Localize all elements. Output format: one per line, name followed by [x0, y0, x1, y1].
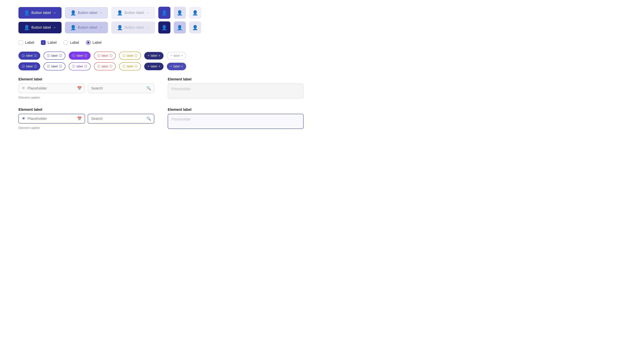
- tag-close-icon[interactable]: ×: [181, 54, 183, 57]
- button-primary[interactable]: 👤 Button label →: [18, 7, 62, 18]
- checkbox-empty-icon: [18, 40, 23, 45]
- tag-text: label: [151, 65, 157, 68]
- tag-info-right-icon: ⓘ: [134, 54, 138, 58]
- user-icon: 👤: [177, 25, 183, 30]
- tag-add-icon: +: [148, 54, 150, 57]
- field-group-left-bottom: Element label 👁 📅 🔍 Element caption: [18, 107, 154, 130]
- tag-info-right-icon: ⓘ: [84, 54, 87, 58]
- tags-row-1: ⓘ label ⓘ ⓘ label ⓘ ⓘ label ⓘ ⓘ label ⓘ …: [18, 52, 304, 60]
- search-input-wrap-focused: 🔍: [88, 114, 154, 123]
- tag-dark-blue-2[interactable]: + label ×: [144, 63, 164, 70]
- arrow-icon: →: [99, 10, 103, 15]
- tag-close-icon[interactable]: ×: [181, 65, 183, 68]
- tag-medium-blue[interactable]: + label ×: [167, 63, 186, 70]
- button-secondary-dark[interactable]: 👤 Button label →: [65, 22, 108, 33]
- tag-yellow[interactable]: ⓘ label ⓘ: [119, 52, 141, 60]
- tag-blue-outline[interactable]: ⓘ label ⓘ: [44, 52, 66, 60]
- checkbox-unchecked[interactable]: Label: [18, 40, 34, 45]
- icon-button-primary-dark[interactable]: 👤: [158, 21, 170, 33]
- tag-text: label: [26, 65, 32, 68]
- search-input-focused[interactable]: [91, 116, 144, 121]
- text-input[interactable]: [28, 86, 75, 90]
- tag-text: label: [174, 65, 180, 68]
- tag-info-left-icon: ⓘ: [122, 54, 126, 58]
- search-input-wrap: 🔍: [88, 83, 154, 93]
- text-input-focused[interactable]: [28, 116, 75, 121]
- tag-add-icon: +: [170, 54, 172, 57]
- tag-close-icon[interactable]: ×: [158, 54, 160, 57]
- icon-button-primary[interactable]: 👤: [158, 7, 170, 19]
- calendar-icon[interactable]: 📅: [77, 116, 82, 121]
- tag-text: label: [102, 54, 108, 57]
- button-label: Button label: [124, 25, 144, 30]
- tag-blue[interactable]: ⓘ label ⓘ: [18, 52, 40, 60]
- tag-info-right-icon: ⓘ: [34, 54, 37, 58]
- tags-row-2: ⓘ label ⓘ ⓘ label ⓘ ⓘ label ⓘ ⓘ label ⓘ …: [18, 62, 304, 70]
- icon-button-ghost-dark[interactable]: 👤: [189, 21, 201, 33]
- tag-red[interactable]: ⓘ label ⓘ: [94, 52, 116, 60]
- tag-info-right-icon: ⓘ: [134, 64, 138, 68]
- button-row-1: 👤 Button label → 👤 Button label → 👤 Butt…: [18, 7, 304, 19]
- radio-empty-icon: [64, 40, 68, 45]
- user-icon: 👤: [161, 10, 167, 15]
- text-input-wrap: 👁 📅: [18, 83, 85, 93]
- tag-purple[interactable]: ⓘ label ⓘ: [69, 52, 90, 60]
- search-input[interactable]: [91, 86, 144, 90]
- field-caption-2: Element caption: [18, 126, 154, 130]
- tag-add-icon: +: [170, 65, 172, 68]
- tag-blue-2[interactable]: ⓘ label ⓘ: [18, 62, 40, 70]
- tag-info-left-icon: ⓘ: [97, 64, 100, 68]
- tag-info-left-icon: ⓘ: [72, 64, 75, 68]
- user-icon: 👤: [161, 25, 167, 30]
- user-icon: 👤: [70, 10, 76, 15]
- tags-section: ⓘ label ⓘ ⓘ label ⓘ ⓘ label ⓘ ⓘ label ⓘ …: [18, 52, 304, 70]
- search-icon[interactable]: 🔍: [146, 116, 151, 121]
- search-icon[interactable]: 🔍: [146, 86, 151, 90]
- tag-close-icon[interactable]: ×: [158, 65, 160, 68]
- tag-text: label: [76, 54, 83, 57]
- user-icon: 👤: [24, 10, 30, 15]
- tag-light-gray[interactable]: + label ×: [167, 52, 186, 59]
- button-row-2: 👤 Button label → 👤 Button label → 👤 Butt…: [18, 21, 304, 33]
- button-primary-dark[interactable]: 👤 Button label →: [18, 22, 62, 33]
- calendar-icon[interactable]: 📅: [77, 86, 82, 90]
- user-icon: 👤: [117, 25, 123, 30]
- user-icon: 👤: [177, 10, 183, 15]
- input-row-1: 👁 📅 🔍: [18, 83, 154, 93]
- tag-info-right-icon: ⓘ: [34, 64, 37, 68]
- tag-info-right-icon: ⓘ: [109, 64, 112, 68]
- tag-purple-outline[interactable]: ⓘ label ⓘ: [69, 62, 90, 70]
- checkbox-checked[interactable]: ✓ Label: [41, 40, 57, 45]
- fields-section: Element label 👁 📅 🔍 Element caption Elem…: [18, 77, 304, 130]
- eye-icon: 👁: [22, 86, 26, 90]
- tag-dark-blue[interactable]: + label ×: [144, 52, 164, 59]
- icon-button-secondary-dark[interactable]: 👤: [174, 21, 186, 33]
- radio-checked[interactable]: Label: [86, 40, 102, 45]
- radio-label: Label: [70, 40, 79, 45]
- tag-text: label: [151, 54, 157, 57]
- button-ghost-dark[interactable]: 👤 Button label →: [111, 22, 155, 33]
- button-label: Button label: [31, 25, 51, 30]
- button-ghost[interactable]: 👤 Button label →: [111, 7, 155, 19]
- tag-blue-outline-2[interactable]: ⓘ label ⓘ: [44, 62, 66, 70]
- field-label-2: Element label: [168, 77, 304, 81]
- icon-button-ghost[interactable]: 👤: [189, 7, 201, 19]
- field-group-left-top: Element label 👁 📅 🔍 Element caption: [18, 77, 154, 99]
- tag-info-left-icon: ⓘ: [122, 64, 126, 68]
- radio-filled-icon: [86, 40, 90, 45]
- tag-add-icon: +: [148, 65, 150, 68]
- tag-yellow-outline[interactable]: ⓘ label ⓘ: [119, 62, 141, 70]
- tag-info-left-icon: ⓘ: [22, 54, 25, 58]
- user-icon: 👤: [24, 25, 30, 30]
- tag-text: label: [127, 54, 133, 57]
- tag-red-outline[interactable]: ⓘ label ⓘ: [94, 62, 116, 70]
- radio-dot: [87, 41, 90, 44]
- button-secondary[interactable]: 👤 Button label →: [65, 7, 108, 18]
- radio-unchecked[interactable]: Label: [64, 40, 79, 45]
- tag-info-right-icon: ⓘ: [59, 54, 62, 58]
- tag-info-right-icon: ⓘ: [109, 54, 112, 58]
- checkbox-label: Label: [25, 40, 34, 45]
- form-controls-row: Label ✓ Label Label Label: [18, 40, 304, 45]
- button-label: Button label: [124, 10, 144, 15]
- icon-button-secondary[interactable]: 👤: [174, 7, 186, 19]
